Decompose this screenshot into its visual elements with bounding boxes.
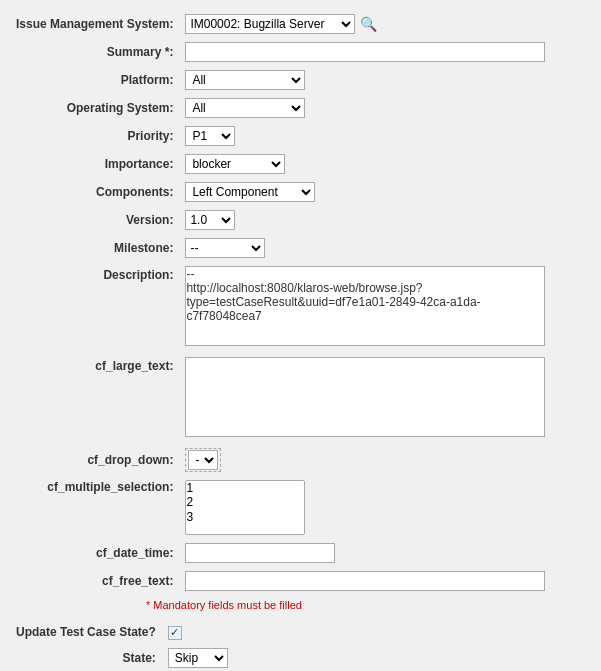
description-textarea[interactable]: -- http://localhost:8080/klaros-web/brow… [185,266,545,346]
importance-cell: blocker critical major minor trivial [179,150,591,178]
update-state-checkbox[interactable]: ✓ [168,626,182,640]
version-cell: 1.0 [179,206,591,234]
cf-free-text-label: cf_free_text: [10,567,179,595]
state-table: Update Test Case State? ✓ State: Skip Pa… [10,621,591,671]
cf-drop-down-group: -- [185,448,221,472]
form-table: Issue Management System: IM00002: Bugzil… [10,10,591,595]
components-cell: Left Component [179,178,591,206]
version-select[interactable]: 1.0 [185,210,235,230]
cf-multiple-selection-label: cf_multiple_selection: [10,476,179,539]
state-label: State: [10,644,162,672]
description-cell: -- http://localhost:8080/klaros-web/brow… [179,262,591,353]
version-row: Version: 1.0 [10,206,591,234]
milestone-label: Milestone: [10,234,179,262]
update-state-label: Update Test Case State? [10,621,162,644]
main-container: Issue Management System: IM00002: Bugzil… [0,0,601,671]
cf-large-text-textarea[interactable] [185,357,545,437]
cf-large-text-cell [179,353,591,444]
platform-row: Platform: All [10,66,591,94]
cf-drop-down-select[interactable]: -- [188,450,218,470]
ims-cell: IM00002: Bugzilla Server 🔍 [179,10,591,38]
summary-input[interactable] [185,42,545,62]
importance-label: Importance: [10,150,179,178]
priority-row: Priority: P1 P2 P3 [10,122,591,150]
ims-group: IM00002: Bugzilla Server 🔍 [185,14,585,34]
summary-cell [179,38,591,66]
os-cell: All [179,94,591,122]
ims-label: Issue Management System: [10,10,179,38]
platform-label: Platform: [10,66,179,94]
platform-select[interactable]: All [185,70,305,90]
update-state-row: Update Test Case State? ✓ [10,621,591,644]
platform-cell: All [179,66,591,94]
checkmark-icon: ✓ [170,626,179,639]
mandatory-note: * Mandatory fields must be filled [10,595,591,615]
summary-label: Summary *: [10,38,179,66]
bottom-section: Update Test Case State? ✓ State: Skip Pa… [10,621,591,671]
cf-date-time-input[interactable] [185,543,335,563]
cf-large-text-label: cf_large_text: [10,353,179,444]
milestone-cell: -- [179,234,591,262]
cf-free-text-row: cf_free_text: [10,567,591,595]
cf-free-text-input[interactable] [185,571,545,591]
update-state-cell: ✓ [162,621,591,644]
version-label: Version: [10,206,179,234]
cf-multiple-selection-cell: 1 2 3 [179,476,591,539]
refresh-icon[interactable]: 🔍 [359,15,377,33]
summary-row: Summary *: [10,38,591,66]
os-label: Operating System: [10,94,179,122]
cf-drop-down-cell: -- [179,444,591,476]
cf-multiple-selection-row: cf_multiple_selection: 1 2 3 [10,476,591,539]
milestone-select[interactable]: -- [185,238,265,258]
cf-large-text-row: cf_large_text: [10,353,591,444]
ims-select[interactable]: IM00002: Bugzilla Server [185,14,355,34]
importance-select[interactable]: blocker critical major minor trivial [185,154,285,174]
cf-date-time-row: cf_date_time: [10,539,591,567]
components-label: Components: [10,178,179,206]
state-select[interactable]: Skip Pass Fail [168,648,228,668]
ims-row: Issue Management System: IM00002: Bugzil… [10,10,591,38]
priority-label: Priority: [10,122,179,150]
milestone-row: Milestone: -- [10,234,591,262]
cf-drop-down-row: cf_drop_down: -- [10,444,591,476]
priority-select[interactable]: P1 P2 P3 [185,126,235,146]
description-row: Description: -- http://localhost:8080/kl… [10,262,591,353]
cf-date-time-cell [179,539,591,567]
cf-multiple-selection-listbox[interactable]: 1 2 3 [185,480,305,535]
description-label: Description: [10,262,179,353]
state-row: State: Skip Pass Fail [10,644,591,672]
cf-date-time-label: cf_date_time: [10,539,179,567]
cf-drop-down-label: cf_drop_down: [10,444,179,476]
priority-cell: P1 P2 P3 [179,122,591,150]
os-select[interactable]: All [185,98,305,118]
os-row: Operating System: All [10,94,591,122]
state-cell: Skip Pass Fail [162,644,591,672]
components-row: Components: Left Component [10,178,591,206]
components-select[interactable]: Left Component [185,182,315,202]
cf-free-text-cell [179,567,591,595]
importance-row: Importance: blocker critical major minor… [10,150,591,178]
